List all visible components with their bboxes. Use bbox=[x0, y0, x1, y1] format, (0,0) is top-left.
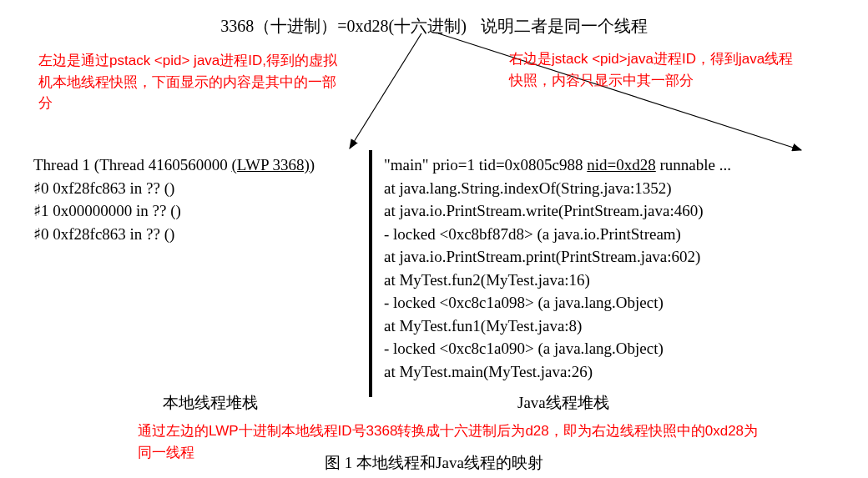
native-frame: ♯1 0x00000000 in ?? () bbox=[33, 199, 359, 223]
native-header-lwp: (LWP 3368) bbox=[231, 156, 309, 174]
java-frame: at MyTest.fun1(MyTest.java:8) bbox=[384, 314, 822, 338]
annotation-left: 左边是通过pstack <pid> java进程ID,得到的虚拟机本地线程快照，… bbox=[38, 50, 347, 114]
java-stack: "main" prio=1 tid=0x0805c988 nid=0xd28 r… bbox=[372, 153, 822, 397]
stack-columns: Thread 1 (Thread 4160560000 (LWP 3368)) … bbox=[33, 153, 822, 397]
annotation-right: 右边是jstack <pid>java进程ID，得到java线程快照，内容只显示… bbox=[509, 48, 801, 91]
arrow-to-left bbox=[350, 33, 421, 148]
figure-caption: 图 1 本地线程和Java线程的映射 bbox=[0, 452, 868, 474]
java-frame: at java.io.PrintStream.write(PrintStream… bbox=[384, 199, 822, 223]
native-frame: ♯0 0xf28fc863 in ?? () bbox=[33, 223, 359, 246]
native-stack: Thread 1 (Thread 4160560000 (LWP 3368)) … bbox=[33, 153, 369, 397]
java-frame: at java.io.PrintStream.print(PrintStream… bbox=[384, 245, 822, 269]
native-stack-label: 本地线程堆栈 bbox=[163, 392, 258, 414]
java-frame: at MyTest.main(MyTest.java:26) bbox=[384, 360, 822, 384]
native-frame: ♯0 0xf28fc863 in ?? () bbox=[33, 177, 359, 200]
java-thread-header: "main" prio=1 tid=0x0805c988 nid=0xd28 r… bbox=[384, 153, 822, 177]
java-header-nid: nid=0xd28 bbox=[587, 156, 656, 174]
header-right: 说明二者是同一个线程 bbox=[481, 17, 648, 35]
java-header-prefix: "main" prio=1 tid=0x0805c988 bbox=[384, 156, 587, 174]
native-thread-header: Thread 1 (Thread 4160560000 (LWP 3368)) bbox=[33, 153, 359, 177]
java-frame: - locked <0xc8c1a090> (a java.lang.Objec… bbox=[384, 337, 822, 360]
java-frame: at java.lang.String.indexOf(String.java:… bbox=[384, 177, 822, 200]
java-header-suffix: runnable ... bbox=[656, 156, 731, 174]
native-header-prefix: Thread 1 (Thread 4160560000 bbox=[33, 156, 231, 174]
native-header-suffix: ) bbox=[310, 156, 315, 174]
java-frame: - locked <0xc8c1a098> (a java.lang.Objec… bbox=[384, 291, 822, 314]
java-frame: at MyTest.fun2(MyTest.java:16) bbox=[384, 269, 822, 292]
java-frame: - locked <0xc8bf87d8> (a java.io.PrintSt… bbox=[384, 223, 822, 246]
header-equation: 3368（十进制）=0xd28(十六进制) 说明二者是同一个线程 bbox=[0, 15, 868, 38]
header-left: 3368（十进制）=0xd28(十六进制) bbox=[220, 17, 467, 35]
java-stack-label: Java线程堆栈 bbox=[517, 392, 609, 414]
